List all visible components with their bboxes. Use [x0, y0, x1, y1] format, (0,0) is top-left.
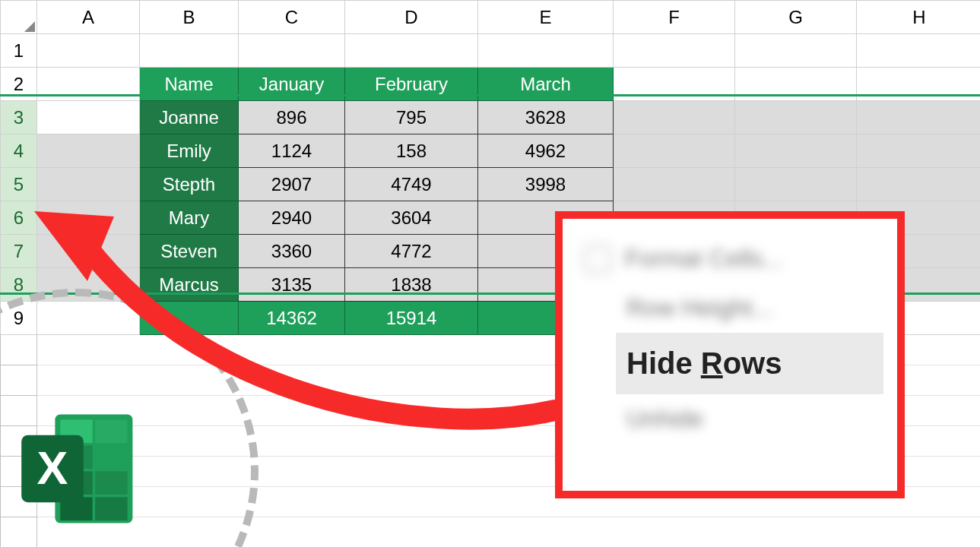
select-all-corner[interactable] [1, 1, 37, 34]
row-3: 3 Joanne 896 795 3628 [1, 101, 981, 134]
cell-G5[interactable] [735, 168, 857, 201]
row-2: 2 Name January February March [1, 68, 981, 101]
data-cell[interactable]: 3604 [345, 201, 478, 235]
svg-rect-6 [95, 471, 128, 495]
excel-x-letter: X [37, 442, 68, 494]
cell-F4[interactable] [614, 134, 735, 168]
data-cell[interactable]: 1838 [345, 268, 478, 302]
col-header-D[interactable]: D [345, 1, 478, 34]
cell-A7[interactable] [37, 235, 140, 268]
row-header-3[interactable]: 3 [1, 101, 37, 134]
svg-rect-8 [95, 497, 128, 520]
cell-G2[interactable] [735, 68, 857, 101]
context-menu-item-unhide[interactable]: Unhide [576, 394, 883, 444]
table-header-jan[interactable]: January [239, 68, 345, 101]
name-cell[interactable]: Steven [140, 235, 239, 268]
name-cell[interactable]: Stepth [140, 168, 239, 201]
cell-F5[interactable] [614, 168, 735, 201]
cell-H2[interactable] [857, 68, 981, 101]
data-cell[interactable]: 4749 [345, 168, 478, 201]
col-header-A[interactable]: A [37, 1, 140, 34]
cell-A8[interactable] [37, 268, 140, 302]
row-header-6[interactable]: 6 [1, 201, 37, 235]
data-cell[interactable]: 896 [239, 101, 345, 134]
total-cell[interactable]: 15914 [345, 302, 478, 335]
col-header-F[interactable]: F [614, 1, 735, 34]
row-header-2[interactable]: 2 [1, 68, 37, 101]
row-5: 5 Stepth 2907 4749 3998 [1, 168, 981, 201]
svg-rect-4 [95, 445, 128, 469]
data-cell[interactable]: 2940 [239, 201, 345, 235]
row-4: 4 Emily 1124 158 4962 [1, 134, 981, 168]
row-header-8[interactable]: 8 [1, 268, 37, 302]
menu-label-underline: R [701, 346, 723, 380]
menu-label-prefix: Hide [626, 346, 701, 380]
name-cell[interactable]: Emily [140, 134, 239, 168]
name-cell[interactable]: Marcus [140, 268, 239, 302]
col-header-H[interactable]: H [857, 1, 981, 34]
data-cell[interactable]: 3360 [239, 235, 345, 268]
context-menu-item-format-cells[interactable]: Format Cells... [576, 234, 883, 283]
row-header-blank[interactable] [1, 365, 37, 396]
cell-H4[interactable] [857, 134, 981, 168]
cell-H5[interactable] [857, 168, 981, 201]
column-header-row: A B C D E F G H [1, 1, 981, 34]
cell-A4[interactable] [37, 134, 140, 168]
row-header-9[interactable]: 9 [1, 302, 37, 335]
cell-A2[interactable] [37, 68, 140, 101]
name-cell[interactable]: Mary [140, 201, 239, 235]
cell-C1[interactable] [239, 34, 345, 68]
cell-F3[interactable] [614, 101, 735, 134]
row-header-1[interactable]: 1 [1, 34, 37, 68]
cell-A6[interactable] [37, 201, 140, 235]
cell-A1[interactable] [37, 34, 140, 68]
data-cell[interactable]: 4962 [478, 134, 614, 168]
row-header-5[interactable]: 5 [1, 168, 37, 201]
context-menu-item-hide-rows[interactable]: Hide Rows [616, 333, 883, 394]
data-cell[interactable]: 2907 [239, 168, 345, 201]
context-menu-item-row-height[interactable]: Row Height... [576, 283, 883, 333]
row-header-7[interactable]: 7 [1, 235, 37, 268]
cell-F2[interactable] [614, 68, 735, 101]
cell-H1[interactable] [857, 34, 981, 68]
context-menu-callout: Format Cells... Row Height... Hide Rows … [555, 211, 905, 498]
cell-B1[interactable] [140, 34, 239, 68]
cell-A9[interactable] [37, 302, 140, 335]
data-cell[interactable]: 158 [345, 134, 478, 168]
data-cell[interactable]: 795 [345, 101, 478, 134]
blank-row[interactable] [37, 517, 981, 548]
table-header-name[interactable]: Name [140, 68, 239, 101]
row-1: 1 [1, 34, 981, 68]
col-header-G[interactable]: G [735, 1, 857, 34]
table-header-feb[interactable]: February [345, 68, 478, 101]
cell-G4[interactable] [735, 134, 857, 168]
format-cells-icon [584, 245, 611, 273]
menu-label: Format Cells... [625, 245, 783, 273]
cell-A3[interactable] [37, 101, 140, 134]
row-header-4[interactable]: 4 [1, 134, 37, 168]
cell-H3[interactable] [857, 101, 981, 134]
cell-G3[interactable] [735, 101, 857, 134]
data-cell[interactable]: 4772 [345, 235, 478, 268]
cell-A5[interactable] [37, 168, 140, 201]
total-name-cell[interactable] [140, 302, 239, 335]
menu-label: Hide Rows [626, 346, 782, 381]
col-header-B[interactable]: B [140, 1, 239, 34]
row-header-blank[interactable] [1, 335, 37, 365]
menu-label: Unhide [626, 405, 703, 433]
data-cell[interactable]: 3628 [478, 101, 614, 134]
col-header-E[interactable]: E [478, 1, 614, 34]
data-cell[interactable]: 1124 [239, 134, 345, 168]
svg-rect-2 [95, 419, 128, 443]
data-cell[interactable]: 3998 [478, 168, 614, 201]
cell-E1[interactable] [478, 34, 614, 68]
data-cell[interactable]: 3135 [239, 268, 345, 302]
cell-D1[interactable] [345, 34, 478, 68]
cell-G1[interactable] [735, 34, 857, 68]
table-header-mar[interactable]: March [478, 68, 614, 101]
name-cell[interactable]: Joanne [140, 101, 239, 134]
menu-label-suffix: ows [723, 346, 782, 380]
total-cell[interactable]: 14362 [239, 302, 345, 335]
col-header-C[interactable]: C [239, 1, 345, 34]
cell-F1[interactable] [614, 34, 735, 68]
